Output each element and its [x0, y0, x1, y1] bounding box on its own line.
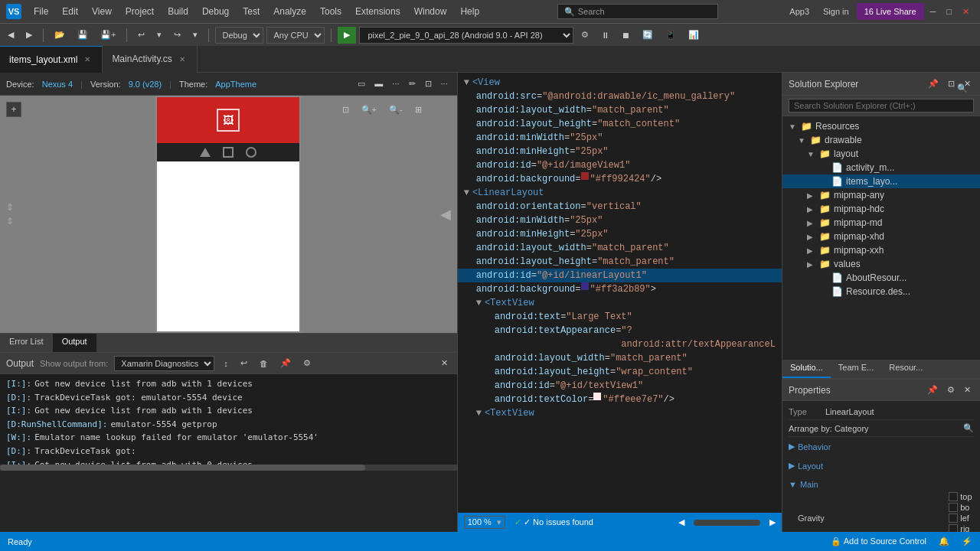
layout-section-header[interactable]: ▶ Layout [789, 459, 974, 472]
menu-extensions[interactable]: Extensions [349, 0, 407, 23]
gravity-left-checkbox[interactable] [949, 514, 958, 523]
device-value[interactable]: Nexus 4 [42, 80, 73, 89]
save-all-button[interactable]: 💾+ [96, 28, 120, 41]
output-copy-btn[interactable]: ↕ [220, 358, 231, 369]
output-scrollbar[interactable] [0, 465, 457, 471]
back-button[interactable]: ◀ [3, 28, 18, 41]
scrollbar-left-arrow[interactable]: ◀ [678, 517, 684, 527]
tree-item-mipmap-md[interactable]: ▶ 📁 mipmap-md [782, 216, 980, 230]
tab-close-icon[interactable]: ✕ [82, 54, 93, 64]
canvas-scroll-arrow[interactable]: ◀ [440, 206, 451, 223]
design-canvas[interactable]: + ⊡ 🔍+ 🔍- ⊞ 🖼 [0, 96, 457, 333]
menu-tools[interactable]: Tools [314, 0, 348, 23]
source-control-label[interactable]: 🔒 Add to Source Control [831, 536, 926, 546]
maximize-button[interactable]: □ [942, 5, 956, 18]
device-select[interactable]: pixel_2_pie_9_0_api_28 (Android 9.0 - AP… [359, 27, 573, 44]
tab-items-layout[interactable]: items_layout.xml ✕ [0, 46, 103, 73]
zoom-in-icon[interactable]: + [6, 102, 21, 117]
device-manager-button[interactable]: 📱 [661, 28, 681, 41]
tree-item-mipmap-xhd[interactable]: ▶ 📁 mipmap-xhd [782, 230, 980, 243]
output-clear-btn[interactable]: 🗑 [256, 358, 271, 369]
undo-button[interactable]: ↩ [133, 28, 149, 41]
panel-expand-icon[interactable]: ⇕ [6, 216, 14, 227]
output-wrap-btn[interactable]: ↩ [237, 357, 250, 369]
arrange-search-icon[interactable]: 🔍 [963, 423, 974, 433]
sol-tab-team[interactable]: Team E... [831, 360, 881, 378]
menu-help[interactable]: Help [454, 0, 485, 23]
liveshare-button[interactable]: 16 Live Share [857, 3, 924, 20]
props-pin-btn[interactable]: 📌 [924, 384, 941, 396]
props-close-btn[interactable]: ✕ [961, 384, 974, 396]
menu-view[interactable]: View [86, 0, 118, 23]
fold-arrow[interactable]: ▼ [464, 76, 469, 90]
panel-collapse-icon[interactable]: ⇕ [6, 202, 14, 213]
search-solution-input[interactable] [789, 99, 974, 112]
menu-window[interactable]: Window [408, 0, 453, 23]
tree-item-drawable[interactable]: ▼ 📁 drawable [782, 133, 980, 147]
menu-debug[interactable]: Debug [196, 0, 235, 23]
menu-analyze[interactable]: Analyze [267, 0, 312, 23]
debug-mode-select[interactable]: Debug [215, 27, 263, 44]
tab-output[interactable]: Output [53, 334, 96, 352]
scrollbar-right-arrow[interactable]: ▶ [769, 517, 776, 527]
sol-tab-solution[interactable]: Solutio... [782, 360, 831, 378]
pause-button[interactable]: ⏸ [596, 29, 614, 41]
undo-dropdown[interactable]: ▾ [152, 28, 166, 41]
tree-item-values[interactable]: ▶ 📁 values [782, 257, 980, 271]
redo-dropdown[interactable]: ▾ [188, 28, 202, 41]
more-icon[interactable]: ··· [438, 77, 451, 90]
stop-button[interactable]: ⏹ [617, 29, 635, 41]
notification-icon[interactable]: 🔔 [939, 536, 949, 546]
tree-item-about-resour[interactable]: 📄 AboutResour... [782, 271, 980, 285]
redo-button[interactable]: ↪ [169, 28, 185, 41]
zoom-percent-btn[interactable]: ⊡ [338, 103, 354, 116]
sol-pin-btn[interactable]: 📌 [925, 78, 942, 90]
liveshare-status-icon[interactable]: ⚡ [962, 536, 972, 546]
fold-arrow[interactable]: ▼ [476, 406, 482, 420]
zoom-in-btn[interactable]: 🔍+ [357, 103, 381, 116]
tree-item-activity-m[interactable]: 📄 activity_m... [782, 161, 980, 174]
horizontal-scrollbar[interactable] [694, 520, 760, 526]
menu-build[interactable]: Build [162, 0, 194, 23]
tab-mainactivity[interactable]: MainActivity.cs ✕ [103, 46, 197, 73]
menu-project[interactable]: Project [119, 0, 160, 23]
close-button[interactable]: ✕ [958, 5, 974, 18]
gravity-top-checkbox[interactable] [949, 492, 958, 501]
tree-item-mipmap-xxh[interactable]: ▶ 📁 mipmap-xxh [782, 243, 980, 257]
forward-button[interactable]: ▶ [21, 28, 37, 41]
tree-item-resource-des[interactable]: 📄 Resource.des... [782, 285, 980, 298]
menu-test[interactable]: Test [237, 0, 266, 23]
gravity-bottom-checkbox[interactable] [949, 503, 958, 512]
zoom-fit-btn[interactable]: ⊞ [410, 103, 426, 116]
output-source-select[interactable]: Xamarin Diagnostics [114, 356, 214, 371]
fit-icon[interactable]: ⊡ [422, 77, 435, 90]
output-pin-btn[interactable]: 📌 [277, 357, 294, 369]
version-value[interactable]: 9.0 (v28) [129, 80, 162, 89]
play-button[interactable]: ▶ [338, 27, 356, 44]
tree-item-layout[interactable]: ▼ 📁 layout [782, 147, 980, 161]
output-scrollbar-thumb[interactable] [0, 465, 365, 471]
zoom-dropdown-icon[interactable]: ▾ [497, 517, 501, 527]
sol-tab-resource[interactable]: Resour... [881, 360, 930, 378]
menu-edit[interactable]: Edit [56, 0, 84, 23]
output-settings-btn[interactable]: ⚙ [300, 357, 314, 369]
output-close-btn[interactable]: ✕ [438, 357, 451, 369]
gravity-right-checkbox[interactable] [949, 524, 958, 532]
open-button[interactable]: 📂 [50, 28, 70, 41]
props-settings-btn[interactable]: ⚙ [944, 384, 958, 396]
behavior-section-header[interactable]: ▶ Behavior [789, 440, 974, 453]
zoom-out-btn[interactable]: 🔍- [384, 103, 407, 116]
save-button[interactable]: 💾 [73, 28, 93, 41]
tree-item-items-layo[interactable]: 📄 items_layo... [782, 174, 980, 188]
more-options-icon[interactable]: ··· [389, 77, 402, 90]
minimize-button[interactable]: ─ [926, 5, 941, 18]
restart-button[interactable]: 🔄 [638, 28, 658, 41]
tree-item-mipmap-any[interactable]: ▶ 📁 mipmap-any [782, 188, 980, 202]
tab-error-list[interactable]: Error List [0, 334, 53, 352]
cpu-select[interactable]: Any CPU [266, 27, 325, 44]
profiler-button[interactable]: 📊 [684, 28, 704, 41]
code-area[interactable]: ▼ <View android:src="@android:drawable/i… [458, 73, 782, 513]
signin-button[interactable]: Sign in [817, 5, 855, 18]
tree-item-resources[interactable]: ▼ 📁 Resources [782, 119, 980, 133]
sol-settings-btn[interactable]: ⊡ [945, 78, 958, 90]
